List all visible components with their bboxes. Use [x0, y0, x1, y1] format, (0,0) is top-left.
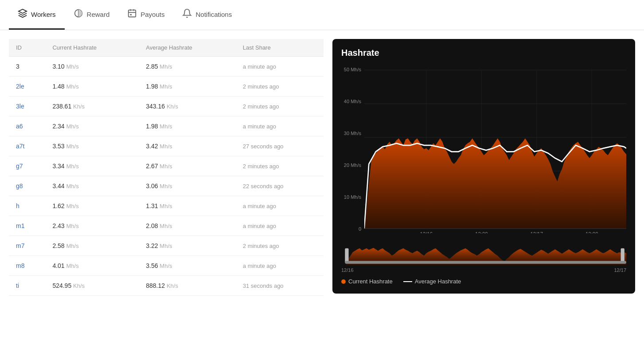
nav-notifications[interactable]: Notifications [173, 0, 241, 30]
cell-current-hashrate: 524.95 Kh/s [45, 276, 139, 296]
legend-average-line [403, 281, 412, 282]
svg-text:12/16: 12/16 [420, 231, 433, 233]
col-last-share: Last Share [236, 39, 324, 57]
hashrate-chart: Hashrate 50 Mh/s 40 Mh/s 30 Mh/s 20 Mh/s… [332, 39, 635, 294]
mini-chart-svg [341, 239, 626, 265]
cell-last-share: a minute ago [236, 57, 324, 77]
cell-current-hashrate: 4.01 Mh/s [45, 256, 139, 276]
cell-id[interactable]: a7t [9, 136, 45, 156]
calendar-icon [127, 8, 137, 20]
circle-half-icon [74, 8, 83, 20]
cell-last-share: a minute ago [236, 116, 324, 136]
svg-marker-0 [19, 9, 27, 13]
legend-average-label: Average Hashrate [415, 278, 461, 285]
cell-id[interactable]: m8 [9, 256, 45, 276]
cell-avg-hashrate: 3.22 Mh/s [139, 236, 236, 256]
cell-id[interactable]: m7 [9, 236, 45, 256]
cell-avg-hashrate: 2.67 Mh/s [139, 156, 236, 176]
cell-last-share: a minute ago [236, 196, 324, 216]
cell-current-hashrate: 2.34 Mh/s [45, 116, 139, 136]
nav-notifications-label: Notifications [195, 11, 232, 18]
cell-last-share: 31 seconds ago [236, 276, 324, 296]
cell-avg-hashrate: 1.98 Mh/s [139, 116, 236, 136]
cell-current-hashrate: 1.48 Mh/s [45, 77, 139, 97]
cell-avg-hashrate: 3.42 Mh/s [139, 136, 236, 156]
cell-last-share: 22 seconds ago [236, 176, 324, 196]
cell-current-hashrate: 2.58 Mh/s [45, 236, 139, 256]
y-axis: 50 Mh/s 40 Mh/s 30 Mh/s 20 Mh/s 10 Mh/s … [341, 65, 361, 233]
cell-current-hashrate: 3.10 Mh/s [45, 57, 139, 77]
nav-payouts-label: Payouts [141, 11, 164, 18]
svg-text:12:00: 12:00 [475, 231, 488, 233]
col-avg-hashrate: Average Hashrate [139, 39, 236, 57]
nav-workers[interactable]: Workers [9, 0, 65, 30]
cell-avg-hashrate: 888.12 Kh/s [139, 276, 236, 296]
svg-rect-23 [621, 248, 624, 263]
cell-last-share: 27 seconds ago [236, 136, 324, 156]
cell-last-share: 2 minutes ago [236, 77, 324, 97]
legend-current: Current Hashrate [341, 278, 393, 285]
cell-avg-hashrate: 1.31 Mh/s [139, 196, 236, 216]
table-row: 3le 238.61 Kh/s 343.16 Kh/s 2 minutes ag… [9, 97, 324, 116]
table-row: m8 4.01 Mh/s 3.56 Mh/s a minute ago [9, 256, 324, 276]
cell-id[interactable]: 3 [9, 57, 45, 77]
cell-avg-hashrate: 3.06 Mh/s [139, 176, 236, 196]
chart-svg: 12/16 12:00 12/17 12:00 [341, 65, 626, 233]
cell-avg-hashrate: 2.08 Mh/s [139, 216, 236, 236]
cell-id[interactable]: 2le [9, 77, 45, 97]
cell-id[interactable]: 3le [9, 97, 45, 116]
cell-id[interactable]: g7 [9, 156, 45, 176]
chart-area: 50 Mh/s 40 Mh/s 30 Mh/s 20 Mh/s 10 Mh/s … [341, 65, 626, 233]
cell-current-hashrate: 2.43 Mh/s [45, 216, 139, 236]
svg-rect-2 [129, 10, 136, 17]
cell-id[interactable]: a6 [9, 116, 45, 136]
table-row: g8 3.44 Mh/s 3.06 Mh/s 22 seconds ago [9, 176, 324, 196]
cell-last-share: a minute ago [236, 216, 324, 236]
mini-chart-wrap: 12/16 12/17 [341, 239, 626, 273]
cell-avg-hashrate: 1.98 Mh/s [139, 77, 236, 97]
cell-avg-hashrate: 343.16 Kh/s [139, 97, 236, 116]
chart-title: Hashrate [341, 48, 626, 58]
svg-rect-6 [130, 14, 132, 15]
table-row: a6 2.34 Mh/s 1.98 Mh/s a minute ago [9, 116, 324, 136]
cell-last-share: 2 minutes ago [236, 156, 324, 176]
table-row: 2le 1.48 Mh/s 1.98 Mh/s 2 minutes ago [9, 77, 324, 97]
legend-current-label: Current Hashrate [348, 278, 393, 285]
cell-id[interactable]: m1 [9, 216, 45, 236]
cell-current-hashrate: 3.34 Mh/s [45, 156, 139, 176]
cell-id[interactable]: ti [9, 276, 45, 296]
cell-last-share: 2 minutes ago [236, 97, 324, 116]
nav-reward[interactable]: Reward [65, 0, 119, 30]
layers-icon [18, 8, 27, 20]
nav-payouts[interactable]: Payouts [118, 0, 173, 30]
svg-text:12/17: 12/17 [531, 231, 543, 233]
cell-id[interactable]: g8 [9, 176, 45, 196]
cell-current-hashrate: 1.62 Mh/s [45, 196, 139, 216]
cell-avg-hashrate: 2.85 Mh/s [139, 57, 236, 77]
main-nav: Workers Reward Payouts Notifications [0, 0, 644, 30]
cell-id[interactable]: h [9, 196, 45, 216]
cell-last-share: a minute ago [236, 256, 324, 276]
workers-table-wrap: ID Current Hashrate Average Hashrate Las… [9, 39, 324, 296]
col-id: ID [9, 39, 45, 57]
table-row: m1 2.43 Mh/s 2.08 Mh/s a minute ago [9, 216, 324, 236]
chart-legend: Current Hashrate Average Hashrate [341, 278, 626, 285]
mini-x-labels: 12/16 12/17 [341, 267, 626, 273]
nav-reward-label: Reward [87, 11, 110, 18]
workers-table: ID Current Hashrate Average Hashrate Las… [9, 39, 324, 296]
cell-last-share: 2 minutes ago [236, 236, 324, 256]
legend-current-dot [341, 279, 346, 284]
table-row: ti 524.95 Kh/s 888.12 Kh/s 31 seconds ag… [9, 276, 324, 296]
cell-current-hashrate: 238.61 Kh/s [45, 97, 139, 116]
svg-rect-24 [345, 261, 626, 264]
col-current-hashrate: Current Hashrate [45, 39, 139, 57]
table-row: g7 3.34 Mh/s 2.67 Mh/s 2 minutes ago [9, 156, 324, 176]
cell-current-hashrate: 3.44 Mh/s [45, 176, 139, 196]
table-row: a7t 3.53 Mh/s 3.42 Mh/s 27 seconds ago [9, 136, 324, 156]
table-row: 3 3.10 Mh/s 2.85 Mh/s a minute ago [9, 57, 324, 77]
main-content: ID Current Hashrate Average Hashrate Las… [0, 30, 644, 305]
svg-rect-22 [345, 248, 348, 263]
cell-current-hashrate: 3.53 Mh/s [45, 136, 139, 156]
cell-avg-hashrate: 3.56 Mh/s [139, 256, 236, 276]
table-row: m7 2.58 Mh/s 3.22 Mh/s 2 minutes ago [9, 236, 324, 256]
